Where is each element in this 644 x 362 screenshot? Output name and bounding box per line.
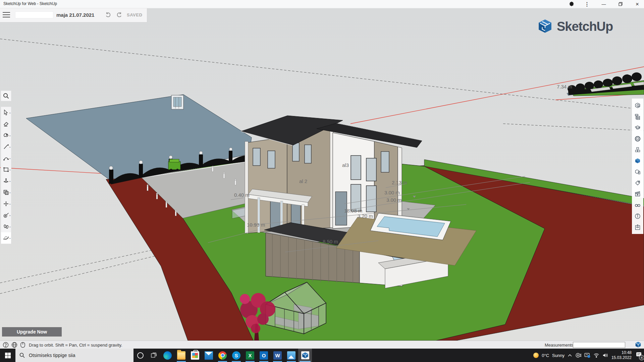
label-10-93: 10.93 m [247,222,265,228]
task-view-button[interactable] [147,349,161,362]
file-explorer-icon [177,351,185,360]
tool-palette: ▸ ▸ ▸ ▸ ▸ ▸ ▸ ▸ ▸ ▸ ▸ [1,107,11,244]
restore-button[interactable] [614,0,627,8]
soften-edges-icon[interactable] [632,222,643,233]
weather-temp[interactable]: 0°C [542,353,549,358]
tray-time: 10:48 [611,350,632,355]
taskbar-app-word[interactable]: W [271,349,284,362]
move-tool[interactable]: ▸ [1,198,11,209]
word-icon: W [273,351,282,360]
display-icon[interactable] [632,199,643,210]
chrome-icon [218,351,227,360]
outliner-icon[interactable] [632,111,643,122]
offset-tool[interactable]: ▸ [1,187,11,198]
car[interactable] [168,159,180,171]
measurements-label: Measurements [545,343,574,348]
notification-count: 4 [639,355,644,360]
tags-icon[interactable] [632,177,643,188]
walk-tool[interactable]: ▸ [1,221,11,232]
globe-icon[interactable] [11,342,17,348]
model-canvas[interactable]: 7.34 m 0.40 m 10.93 m 18.98 m 3.20 m 3.0… [0,8,644,341]
display-project-icon[interactable] [584,353,590,358]
upgrade-now-button[interactable]: Upgrade Now [2,327,62,337]
sketchup-logo-icon [537,19,553,34]
taskbar-app-mail[interactable] [202,349,216,362]
taskbar-app-photos[interactable] [284,349,298,362]
main-menu-icon[interactable] [3,12,10,17]
taskbar-app-file-explorer[interactable] [174,349,188,362]
help-icon[interactable] [3,342,9,348]
sketchup-taskbar-icon [301,351,309,359]
label-7-34: 7.34 m [557,84,572,89]
sketchup-watermark: SketchUp [537,19,613,34]
redo-icon[interactable] [116,11,123,19]
search-icon [19,353,25,358]
sketchup-wordmark: SketchUp [557,19,613,34]
taskbar-search-input[interactable] [28,352,123,358]
windows-taskbar: S X O W 0°C Sunny 10:48 15.03.2022 4 [0,349,644,362]
filename-input[interactable] [15,11,53,18]
components-icon[interactable] [632,144,643,155]
app-toolbar: maja 21.07.2021 SAVED [0,8,147,22]
meet-now-icon[interactable] [575,353,581,358]
wifi-icon[interactable] [593,353,599,358]
diving-tower[interactable] [171,95,183,109]
label-18-98: 18.98 m [344,208,362,214]
materials-icon[interactable] [632,166,643,177]
tray-date: 15.03.2022 [611,355,632,360]
3d-warehouse-icon[interactable] [632,155,643,166]
photos-icon [287,351,296,360]
undo-icon[interactable] [105,11,112,19]
taskbar-app-edge[interactable] [161,349,174,362]
instructor-icon[interactable] [632,122,643,133]
label-3-00-a: 3.00 m [384,190,400,195]
taskbar-app-store[interactable] [188,349,202,362]
mail-icon [205,351,213,360]
browser-menu-icon[interactable]: ⋮ [580,0,594,8]
skype-icon: S [232,351,240,360]
scenes-icon[interactable] [632,188,643,199]
task-view-icon [151,352,157,359]
extensions-puzzle-icon[interactable] [565,0,578,8]
cortana-button[interactable] [133,349,147,362]
taskbar-app-outlook[interactable]: O [257,349,271,362]
taskbar-app-sketchup[interactable] [298,349,312,362]
window-title: SketchUp for Web - SketchUp [3,1,57,6]
label-al3: al3 [342,162,349,168]
panel-rail [632,99,643,234]
taskbar-app-chrome[interactable] [216,349,229,362]
notification-center[interactable]: 4 [636,352,642,359]
scene-svg[interactable]: 7.34 m 0.40 m 10.93 m 18.98 m 3.20 m 3.0… [0,8,644,341]
entity-info-icon[interactable] [632,100,643,111]
taskbar-search[interactable] [15,349,133,362]
minimize-button[interactable]: — [597,0,610,8]
start-button[interactable] [0,349,15,362]
mouse-icon[interactable] [20,342,25,348]
taskbar-app-skype[interactable]: S [229,349,243,362]
tape-measure-tool[interactable]: ▸ [1,209,11,221]
tool-search-button[interactable] [1,90,11,101]
status-bar: Drag to orbit. Shift = Pan, Ctrl = suspe… [0,341,644,349]
volume-icon[interactable] [602,353,608,358]
clock[interactable]: 10:48 15.03.2022 [611,350,632,360]
rectangle-tool[interactable]: ▸ [1,164,11,175]
weather-condition[interactable]: Sunny [552,353,565,358]
select-tool[interactable]: ▸ [1,107,11,118]
tray-chevron-icon[interactable] [568,353,572,357]
measurements-input[interactable] [573,342,625,348]
paint-tool[interactable]: ▸ [1,130,11,141]
weather-sun-icon[interactable] [533,353,539,358]
push-pull-tool[interactable]: ▸ [1,175,11,187]
close-button[interactable]: ✕ [631,0,644,8]
styles-icon[interactable] [632,133,643,144]
line-tool[interactable]: ▸ [1,141,11,153]
label-3-00-b: 3.00 m [386,197,402,203]
orbit-tool[interactable]: ▸ [1,232,11,244]
model-info-icon[interactable] [632,210,643,222]
eraser-tool[interactable] [1,118,11,130]
cortana-icon [137,352,144,359]
arc-tool[interactable]: ▸ [1,153,11,164]
taskbar-app-excel[interactable]: X [243,349,257,362]
save-status: SAVED [127,12,142,17]
model-name: maja 21.07.2021 [56,12,94,18]
